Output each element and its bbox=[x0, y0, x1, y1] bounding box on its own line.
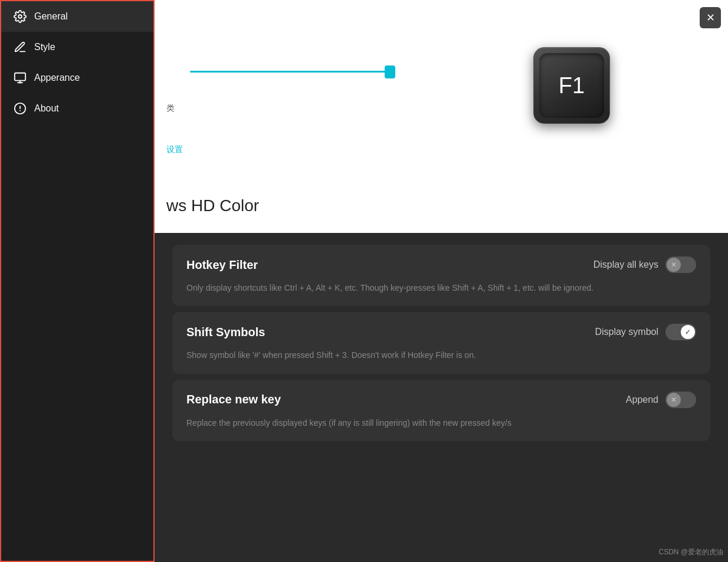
hotkey-filter-title: Hotkey Filter bbox=[186, 258, 258, 272]
shift-symbols-control: Display symbol ✓ bbox=[595, 324, 696, 340]
replace-new-key-toggle[interactable]: ✕ bbox=[665, 392, 696, 408]
hotkey-filter-control-label: Display all keys bbox=[593, 259, 658, 270]
replace-new-key-control-label: Append bbox=[626, 395, 658, 405]
monitor-icon bbox=[13, 71, 27, 85]
shift-symbols-row: Shift Symbols Display symbol ✓ bbox=[186, 324, 696, 340]
replace-new-key-title: Replace new key bbox=[186, 393, 281, 406]
hotkey-filter-row: Hotkey Filter Display all keys ✕ bbox=[186, 257, 696, 273]
info-circle-icon bbox=[13, 101, 27, 116]
sidebar-item-about[interactable]: About bbox=[1, 93, 153, 124]
slider-thumb[interactable] bbox=[385, 65, 395, 78]
slider-track[interactable] bbox=[190, 71, 391, 73]
replace-new-key-description: Replace the previously displayed keys (i… bbox=[186, 416, 696, 429]
gear-icon bbox=[13, 9, 27, 24]
shift-symbols-description: Show symbol like '#' when pressed Shift … bbox=[186, 349, 696, 361]
shift-symbols-title: Shift Symbols bbox=[186, 326, 265, 339]
replace-new-key-row: Replace new key Append ✕ bbox=[186, 392, 696, 408]
chinese-text: 类 bbox=[166, 103, 175, 114]
key-cap: F1 bbox=[533, 47, 610, 124]
style-icon bbox=[13, 40, 27, 54]
sidebar-item-appearance[interactable]: Apperance bbox=[1, 63, 153, 93]
shift-symbols-control-label: Display symbol bbox=[595, 327, 658, 337]
sidebar-item-general-label: General bbox=[34, 11, 68, 22]
watermark: CSDN @爱老的虎油 bbox=[658, 547, 723, 557]
replace-new-key-toggle-thumb: ✕ bbox=[667, 393, 681, 407]
slider-container bbox=[155, 71, 728, 73]
sidebar-item-style-label: Style bbox=[34, 42, 55, 52]
key-cap-inner: F1 bbox=[539, 53, 604, 118]
settings-link[interactable]: 设置 bbox=[166, 144, 183, 155]
key-display: F1 bbox=[533, 47, 610, 124]
main-content: ✕ 类 设置 F1 ws HD Color Hotkey Filt bbox=[155, 0, 728, 562]
sidebar-item-appearance-label: Apperance bbox=[34, 73, 80, 83]
key-label: F1 bbox=[559, 73, 585, 98]
hotkey-filter-control: Display all keys ✕ bbox=[593, 257, 696, 273]
svg-point-0 bbox=[18, 15, 22, 18]
hotkey-filter-card: Hotkey Filter Display all keys ✕ Only di… bbox=[172, 245, 710, 306]
svg-rect-1 bbox=[15, 73, 25, 81]
shift-symbols-card: Shift Symbols Display symbol ✓ Show symb… bbox=[172, 312, 710, 373]
sidebar: General Style Apperance bbox=[0, 0, 155, 562]
hotkey-filter-description: Only display shortcuts like Ctrl + A, Al… bbox=[186, 281, 696, 294]
sidebar-item-general[interactable]: General bbox=[1, 1, 153, 32]
sidebar-item-style[interactable]: Style bbox=[1, 32, 153, 63]
sidebar-item-about-label: About bbox=[34, 103, 59, 114]
replace-new-key-control: Append ✕ bbox=[626, 392, 696, 408]
hotkey-filter-toggle[interactable]: ✕ bbox=[665, 257, 696, 273]
replace-new-key-card: Replace new key Append ✕ Replace the pre… bbox=[172, 380, 710, 441]
shift-symbols-toggle-thumb: ✓ bbox=[681, 325, 695, 339]
bottom-section: Hotkey Filter Display all keys ✕ Only di… bbox=[155, 233, 728, 562]
top-section: 类 设置 F1 ws HD Color bbox=[155, 0, 728, 233]
shift-symbols-toggle[interactable]: ✓ bbox=[665, 324, 696, 340]
color-label: ws HD Color bbox=[166, 196, 259, 215]
close-button[interactable]: ✕ bbox=[700, 7, 721, 28]
hotkey-filter-toggle-thumb: ✕ bbox=[667, 258, 681, 272]
